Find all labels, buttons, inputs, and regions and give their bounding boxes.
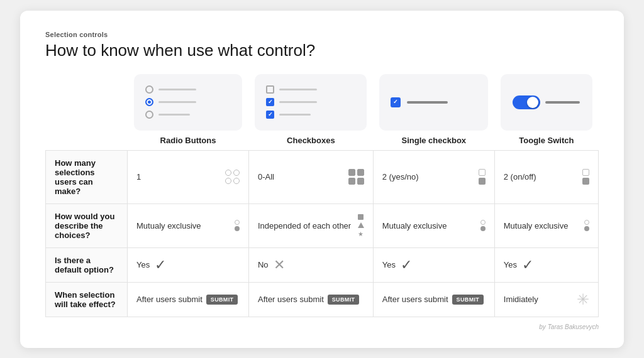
row3-question: Is there a default option? bbox=[46, 247, 128, 282]
check-row-3 bbox=[266, 111, 311, 119]
footer-credit: by Taras Bakusevych bbox=[45, 323, 599, 330]
mini-single-2 bbox=[479, 178, 486, 185]
row2-toggle-text: Mutualy exclusive bbox=[504, 221, 569, 231]
header-row: Radio Buttons bbox=[46, 74, 599, 151]
row3-toggle-check: ✓ bbox=[522, 257, 533, 273]
row3-single-check: ✓ bbox=[401, 257, 412, 273]
row3-check-text: No bbox=[258, 260, 269, 269]
mini-hollow bbox=[235, 220, 240, 225]
mini-t-hollow bbox=[584, 220, 589, 225]
row4-single: After users submit SUBMIT bbox=[373, 282, 494, 317]
row3-single-content: Yes ✓ bbox=[382, 257, 486, 273]
row3-single-text: Yes bbox=[382, 260, 396, 269]
single-check-box bbox=[391, 97, 448, 107]
mini-single-1 bbox=[479, 169, 486, 176]
comparison-table: Radio Buttons bbox=[45, 74, 599, 317]
col-checkbox: Checkboxes bbox=[248, 74, 373, 151]
row4-toggle: Imidiately ✳ bbox=[494, 282, 598, 317]
check-line-2 bbox=[279, 101, 317, 103]
row4-toggle-content: Imidiately ✳ bbox=[504, 291, 589, 308]
toggle-row bbox=[513, 95, 580, 109]
toggle-track bbox=[513, 95, 540, 109]
row4-radio: After users submit SUBMIT bbox=[128, 282, 249, 317]
single-illustration bbox=[379, 74, 488, 131]
mini-toggle-1 bbox=[582, 169, 589, 176]
row4-radio-submit[interactable]: SUBMIT bbox=[206, 295, 238, 305]
toggle-line bbox=[545, 101, 580, 104]
row3-toggle: Yes ✓ bbox=[494, 247, 598, 282]
page-title: How to know when use what control? bbox=[45, 41, 599, 60]
row4-check-submit[interactable]: SUBMIT bbox=[328, 295, 360, 305]
radio-illustration bbox=[134, 74, 243, 131]
toggle-thumb bbox=[527, 97, 538, 108]
row2-radio-text: Mutualy exclusive bbox=[136, 221, 201, 231]
mini-star: ★ bbox=[358, 231, 364, 237]
row1-single-content: 2 (yes/no) bbox=[382, 169, 486, 185]
checkbox-illustration bbox=[255, 74, 367, 131]
checkbox-checked-1 bbox=[266, 98, 274, 106]
row2-question: How would you describe the choices? bbox=[46, 203, 128, 247]
row1-radio-content: 1 bbox=[136, 170, 240, 184]
row3-check-content: No ✕ bbox=[258, 257, 364, 273]
row1-radio-bot bbox=[225, 178, 240, 184]
section-label: Selection controls bbox=[45, 31, 599, 38]
table-row: How would you describe the choices? Mutu… bbox=[46, 203, 599, 247]
radio-label: Radio Buttons bbox=[160, 136, 216, 145]
radio-row-2 bbox=[145, 98, 196, 106]
row4-toggle-text: Imidiately bbox=[504, 295, 538, 304]
row3-checkbox: No ✕ bbox=[248, 247, 373, 282]
check-line-1 bbox=[279, 89, 317, 90]
radio-line-3 bbox=[158, 114, 190, 116]
row3-radio-content: Yes ✓ bbox=[136, 257, 240, 273]
row2-toggle: Mutualy exclusive bbox=[494, 203, 598, 247]
asterisk-icon: ✳ bbox=[577, 291, 589, 308]
check-row-2 bbox=[266, 98, 317, 106]
row1-single: 2 (yes/no) bbox=[373, 150, 494, 203]
checkbox-checked-2 bbox=[266, 111, 274, 119]
row4-single-content: After users submit SUBMIT bbox=[382, 295, 486, 305]
row1-radio: 1 bbox=[128, 150, 249, 203]
row2-exclusive-icons bbox=[235, 220, 240, 231]
row1-single-icons bbox=[479, 169, 486, 185]
row4-single-submit[interactable]: SUBMIT bbox=[452, 295, 484, 305]
radio-unselected-1 bbox=[145, 85, 153, 94]
checkbox-label: Checkboxes bbox=[287, 136, 335, 145]
single-label: Single checkbox bbox=[401, 136, 466, 145]
row2-checkbox: Independed of each other ★ bbox=[248, 203, 373, 247]
toggle-illustration bbox=[501, 74, 592, 131]
mini-square bbox=[358, 214, 364, 220]
row4-radio-content: After users submit SUBMIT bbox=[136, 295, 240, 305]
row2-single-excl bbox=[480, 220, 486, 231]
row4-radio-text: After users submit bbox=[136, 295, 203, 304]
row1-toggle: 2 (on/off) bbox=[494, 150, 598, 203]
radio-row-3 bbox=[145, 111, 190, 119]
checkbox-unchecked bbox=[266, 85, 274, 94]
mini-radio-1 bbox=[225, 170, 231, 176]
toggle-label: Toogle Switch bbox=[519, 136, 574, 145]
row1-check-text: 0-All bbox=[258, 172, 274, 182]
row2-check-icons: ★ bbox=[358, 214, 364, 237]
mini-t-filled bbox=[584, 226, 589, 231]
radio-line-2 bbox=[158, 101, 196, 103]
mini-s-filled bbox=[480, 226, 486, 231]
mini-s-hollow bbox=[480, 220, 486, 225]
col-question bbox=[46, 74, 128, 151]
row1-check-icons bbox=[348, 169, 364, 185]
row2-single: Mutualy exclusive bbox=[373, 203, 494, 247]
row1-checkbox: 0-All bbox=[248, 150, 373, 203]
mini-radio-4 bbox=[233, 178, 240, 184]
check-line-3 bbox=[279, 114, 311, 116]
row2-radio-icons bbox=[235, 220, 240, 231]
row2-radio: Mutualy exclusive bbox=[128, 203, 249, 247]
row1-toggle-text: 2 (on/off) bbox=[504, 172, 536, 182]
row1-check-content: 0-All bbox=[258, 169, 364, 185]
mini-check-2 bbox=[357, 169, 364, 176]
table-row: When selection will take effect? After u… bbox=[46, 282, 599, 317]
row3-single: Yes ✓ bbox=[373, 247, 494, 282]
table-body: How many selections users can make? 1 bbox=[46, 150, 599, 317]
row3-check-cross: ✕ bbox=[274, 257, 285, 273]
col-single: Single checkbox bbox=[373, 74, 494, 151]
table-row: Is there a default option? Yes ✓ No ✕ Ye bbox=[46, 247, 599, 282]
row1-radio-top bbox=[225, 170, 240, 176]
row1-toggle-content: 2 (on/off) bbox=[504, 169, 589, 185]
